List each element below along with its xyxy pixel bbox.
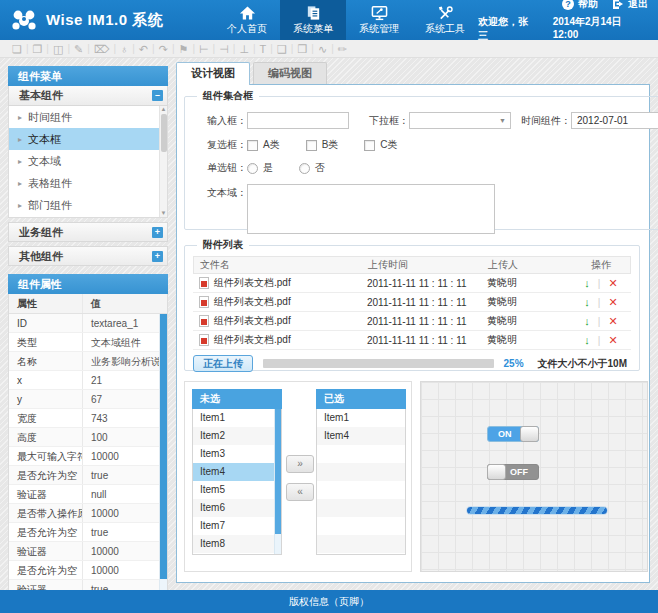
radio-yes[interactable]: 是	[247, 161, 273, 175]
nav-item-system-admin[interactable]: 系统管理	[346, 0, 412, 40]
tab-design-view[interactable]: 设计视图	[176, 62, 250, 85]
download-icon[interactable]: ↓	[584, 334, 590, 346]
checkbox-icon[interactable]	[364, 140, 375, 151]
open-folder-icon[interactable]: ❐	[28, 41, 46, 57]
scroll-up-icon[interactable]: ▲	[161, 106, 167, 113]
delete-file-icon[interactable]: ✕	[608, 334, 617, 347]
line-tool-icon[interactable]: ∿	[314, 41, 331, 57]
properties-scrollbar[interactable]	[159, 314, 167, 599]
property-row[interactable]: 宽度743	[9, 409, 167, 428]
doc-import-icon[interactable]: ❒	[293, 41, 311, 57]
list-item[interactable]: Item7	[193, 517, 281, 535]
nav-item-home[interactable]: 个人首页	[214, 0, 280, 40]
align-bottom-icon[interactable]: ⊥	[235, 41, 253, 57]
list-item[interactable]: Item1	[317, 409, 405, 427]
menu-item-time[interactable]: ▸ 时间组件	[9, 106, 167, 128]
property-row[interactable]: 最大可输入字符数10000	[9, 447, 167, 466]
list-item-selected[interactable]: Item4	[193, 463, 281, 481]
logout-link[interactable]: 退出	[612, 0, 648, 11]
toggle-off-switch[interactable]: OFF	[487, 464, 539, 480]
file-name[interactable]: 组件列表文档.pdf	[214, 276, 291, 290]
download-icon[interactable]: ↓	[584, 296, 590, 308]
list-item[interactable]: Item4	[317, 427, 405, 445]
align-left-icon[interactable]: ⊢	[195, 41, 213, 57]
pencil-icon[interactable]: ✏	[334, 41, 351, 57]
nav-item-system-tools[interactable]: 系统工具	[412, 0, 478, 40]
uploading-button[interactable]: 正在上传	[193, 355, 253, 372]
list-item[interactable]: Item3	[193, 445, 281, 463]
move-right-button[interactable]: »	[286, 455, 314, 473]
menu-item-textbox[interactable]: ▸ 文本框	[9, 128, 167, 150]
text-tool-icon[interactable]: T	[256, 41, 271, 57]
align-right-icon[interactable]: ⊣	[215, 41, 233, 57]
property-row[interactable]: x21	[9, 371, 167, 390]
redo-icon[interactable]: ↷	[155, 41, 172, 57]
property-row[interactable]: 验证器10000	[9, 542, 167, 561]
nav-item-system-menu[interactable]: 系统菜单	[280, 0, 346, 40]
flag-icon[interactable]: ⚑	[175, 41, 193, 57]
toggle-knob[interactable]	[520, 426, 539, 442]
list-item[interactable]: Item5	[193, 481, 281, 499]
radio-icon[interactable]	[299, 163, 310, 174]
property-row[interactable]: y67	[9, 390, 167, 409]
list-item[interactable]: Item2	[193, 427, 281, 445]
delete-icon[interactable]: ⌦	[90, 41, 114, 57]
checkbox-icon[interactable]	[247, 140, 258, 151]
text-input[interactable]	[247, 112, 349, 129]
file-name[interactable]: 组件列表文档.pdf	[214, 333, 291, 347]
menu-item-table[interactable]: ▸ 表格组件	[9, 172, 167, 194]
property-row[interactable]: 类型文本域组件	[9, 333, 167, 352]
download-icon[interactable]: ↓	[584, 315, 590, 327]
collapse-icon[interactable]: –	[152, 90, 163, 101]
list-item[interactable]: Item8	[193, 535, 281, 553]
textarea-field[interactable]	[247, 184, 495, 234]
delete-file-icon[interactable]: ✕	[608, 315, 617, 328]
radio-no[interactable]: 否	[299, 161, 325, 175]
checkbox-class-a[interactable]: A类	[247, 138, 280, 152]
property-row[interactable]: 名称业务影响分析说明	[9, 352, 167, 371]
file-name[interactable]: 组件列表文档.pdf	[214, 295, 291, 309]
toggle-knob[interactable]	[487, 464, 506, 480]
save-icon[interactable]: ◫	[49, 41, 67, 57]
list-item[interactable]: Item6	[193, 499, 281, 517]
move-left-button[interactable]: «	[286, 483, 314, 501]
checkbox-icon[interactable]	[306, 140, 317, 151]
property-row[interactable]: 是否带入操作原因10000	[9, 504, 167, 523]
delete-file-icon[interactable]: ✕	[608, 296, 617, 309]
publish-icon[interactable]: ♁	[116, 41, 132, 57]
new-file-icon[interactable]: ❏	[8, 41, 26, 57]
toggle-on-switch[interactable]: ON	[487, 426, 539, 442]
tab-code-view[interactable]: 编码视图	[253, 62, 327, 84]
menu-item-department[interactable]: ▸ 部门组件	[9, 194, 167, 216]
undo-icon[interactable]: ↶	[135, 41, 152, 57]
list-item[interactable]: Item1	[193, 409, 281, 427]
scroll-thumb[interactable]	[275, 409, 282, 534]
date-picker[interactable]: 2012-07-01	[571, 112, 658, 129]
property-row[interactable]: 是否允许为空true	[9, 523, 167, 542]
property-row[interactable]: IDtextarea_1	[9, 314, 167, 333]
checkbox-class-c[interactable]: C类	[364, 138, 397, 152]
property-row[interactable]: 高度100	[9, 428, 167, 447]
checkbox-class-b[interactable]: B类	[306, 138, 339, 152]
delete-file-icon[interactable]: ✕	[608, 277, 617, 290]
property-row[interactable]: 是否允许为空true	[9, 466, 167, 485]
accordion-business-components[interactable]: 业务组件 +	[8, 222, 168, 242]
expand-icon[interactable]: +	[152, 227, 163, 238]
radio-icon[interactable]	[247, 163, 258, 174]
doc-export-icon[interactable]: ❑	[273, 41, 291, 57]
property-row[interactable]: 验证器null	[9, 485, 167, 504]
menu-scrollbar[interactable]: ▲ ▼	[159, 106, 167, 217]
property-row[interactable]: 是否允许为空10000	[9, 561, 167, 580]
dropdown-select[interactable]: ▼	[409, 112, 511, 129]
expand-icon[interactable]: +	[152, 251, 163, 262]
menu-item-textarea[interactable]: ▸ 文本域	[9, 150, 167, 172]
accordion-other-components[interactable]: 其他组件 +	[8, 246, 168, 266]
help-link[interactable]: ? 帮助	[562, 0, 598, 11]
list-scrollbar[interactable]	[274, 409, 281, 554]
scroll-thumb[interactable]	[160, 314, 168, 579]
file-name[interactable]: 组件列表文档.pdf	[214, 314, 291, 328]
download-icon[interactable]: ↓	[584, 277, 590, 289]
scroll-thumb[interactable]	[161, 114, 167, 152]
accordion-basic-components[interactable]: 基本组件 –	[8, 86, 168, 106]
scroll-down-icon[interactable]: ▼	[161, 210, 167, 217]
